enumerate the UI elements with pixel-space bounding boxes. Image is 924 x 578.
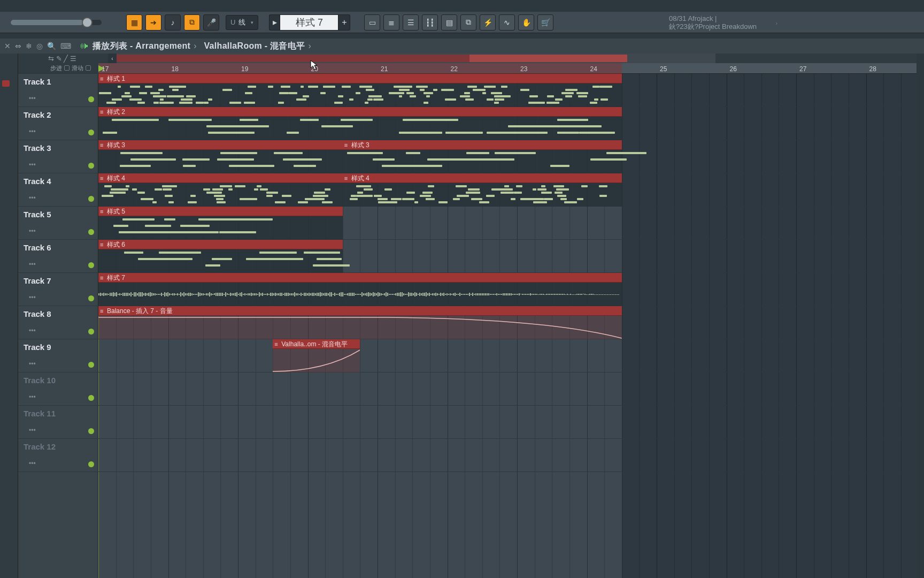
track-header[interactable]: Track 6••• bbox=[18, 240, 98, 273]
clip-body[interactable] bbox=[98, 249, 343, 273]
track-header[interactable]: Track 1••• bbox=[18, 74, 98, 107]
note-tool-button[interactable]: ♪ bbox=[165, 14, 181, 31]
track-mute-led[interactable] bbox=[88, 395, 94, 401]
plug-icon[interactable]: ⚡ bbox=[480, 14, 496, 31]
track-menu-icon[interactable]: ••• bbox=[29, 460, 36, 467]
clip-body[interactable] bbox=[98, 117, 622, 140]
zoom-icon[interactable]: 🔍 bbox=[47, 42, 56, 50]
track-menu-icon[interactable]: ••• bbox=[29, 227, 36, 235]
clip-header[interactable]: 样式 5 bbox=[98, 207, 343, 216]
clip-header[interactable]: 样式 1 bbox=[98, 74, 622, 83]
clip-area[interactable]: 样式 1样式 2样式 3样式 3样式 4样式 4样式 5样式 6样式 7Bala… bbox=[98, 74, 917, 578]
pattern-add-button[interactable]: + bbox=[338, 14, 350, 31]
clip-header[interactable]: 样式 3 bbox=[98, 140, 343, 150]
track-row[interactable] bbox=[98, 372, 917, 406]
track-mute-led[interactable] bbox=[88, 428, 94, 434]
pattern-prev-button[interactable]: ▸ bbox=[269, 14, 280, 31]
pianoroll-icon[interactable]: ≣ bbox=[383, 14, 399, 31]
clip-header[interactable]: 样式 2 bbox=[98, 107, 622, 117]
track-header[interactable]: Track 11••• bbox=[18, 406, 98, 439]
track-menu-icon[interactable]: ••• bbox=[29, 360, 36, 368]
hand-icon[interactable]: ✋ bbox=[518, 14, 534, 31]
pattern-name-field[interactable]: 样式 7 bbox=[280, 14, 338, 31]
track-mute-led[interactable] bbox=[88, 262, 94, 268]
input-icon[interactable]: ⌨ bbox=[60, 42, 71, 50]
track-menu-icon[interactable]: ••• bbox=[29, 294, 36, 301]
track-row[interactable] bbox=[98, 339, 917, 372]
overview-scroll-left[interactable]: ‹ bbox=[108, 54, 117, 63]
pattern-song-button[interactable]: ▦ bbox=[126, 14, 142, 31]
channelrack-icon[interactable]: ☰ bbox=[403, 14, 419, 31]
track-header[interactable]: Track 10••• bbox=[18, 372, 98, 406]
clip-body[interactable] bbox=[343, 150, 622, 173]
step-toggle[interactable] bbox=[64, 65, 70, 71]
volume-knob[interactable] bbox=[82, 17, 93, 28]
clip-body[interactable] bbox=[273, 349, 360, 372]
track-menu-icon[interactable]: ••• bbox=[29, 95, 36, 102]
track-mute-led[interactable] bbox=[88, 229, 94, 235]
speaker-icon[interactable]: 🕪 bbox=[80, 41, 88, 51]
track-menu-icon[interactable]: ••• bbox=[29, 427, 36, 434]
track-header[interactable]: Track 5••• bbox=[18, 207, 98, 240]
track-mute-led[interactable] bbox=[88, 196, 94, 202]
crumb-item-1[interactable]: ValhallaRoom - 混音电平 bbox=[204, 41, 305, 52]
clip-header[interactable]: Valhalla..om - 混音电平 bbox=[273, 339, 360, 349]
step-play-button[interactable]: ➔ bbox=[145, 14, 161, 31]
link-button[interactable]: ⧉ bbox=[184, 14, 200, 31]
track-row[interactable] bbox=[98, 439, 917, 472]
clip-body[interactable] bbox=[98, 183, 343, 207]
track-header[interactable]: Track 9••• bbox=[18, 339, 98, 372]
snap-selector[interactable]: U 线 ▾ bbox=[226, 15, 258, 30]
resize-icon[interactable]: ⇔ bbox=[15, 42, 21, 50]
clip-body[interactable] bbox=[98, 150, 343, 173]
track-header[interactable]: Track 12••• bbox=[18, 439, 98, 472]
clip-header[interactable]: 样式 6 bbox=[98, 240, 343, 249]
track-mute-led[interactable] bbox=[88, 362, 94, 368]
clip-header[interactable]: Balance - 插入 7 - 音量 bbox=[98, 306, 622, 316]
clip-header[interactable]: 样式 4 bbox=[343, 173, 622, 183]
clip-body[interactable] bbox=[343, 183, 622, 207]
crumb-item-0[interactable]: 播放列表 - Arrangement bbox=[93, 41, 190, 52]
snap-icon[interactable]: ❄ bbox=[26, 42, 32, 50]
track-mute-led[interactable] bbox=[88, 96, 94, 102]
track-header[interactable]: Track 4••• bbox=[18, 173, 98, 207]
track-row[interactable] bbox=[98, 406, 917, 439]
clip-body[interactable] bbox=[98, 83, 622, 107]
track-menu-icon[interactable]: ••• bbox=[29, 327, 36, 334]
overview-minimap[interactable] bbox=[117, 54, 749, 63]
track-header[interactable]: Track 2••• bbox=[18, 107, 98, 140]
vertical-scrollbar[interactable] bbox=[917, 54, 924, 578]
master-volume-slider[interactable] bbox=[11, 20, 102, 25]
track-mute-led[interactable] bbox=[88, 461, 94, 467]
slide-toggle[interactable] bbox=[86, 65, 91, 71]
browser-icon[interactable]: ▤ bbox=[441, 14, 457, 31]
curve-icon[interactable]: ∿ bbox=[499, 14, 515, 31]
track-header[interactable]: Track 7••• bbox=[18, 273, 98, 306]
cart-icon[interactable]: 🛒 bbox=[537, 14, 553, 31]
track-mute-led[interactable] bbox=[88, 329, 94, 334]
clip-header[interactable]: 样式 4 bbox=[98, 173, 343, 183]
target-icon[interactable]: ◎ bbox=[36, 42, 43, 50]
track-menu-icon[interactable]: ••• bbox=[29, 194, 36, 202]
track-menu-icon[interactable]: ••• bbox=[29, 161, 36, 169]
marker-clip[interactable] bbox=[2, 80, 10, 87]
clip-body[interactable] bbox=[98, 283, 622, 306]
track-header[interactable]: Track 3••• bbox=[18, 140, 98, 173]
mixer-icon[interactable]: ┇┇ bbox=[422, 14, 438, 31]
track-menu-icon[interactable]: ••• bbox=[29, 261, 36, 268]
clip-body[interactable] bbox=[98, 216, 343, 240]
track-header[interactable]: Track 8••• bbox=[18, 306, 98, 339]
track-mute-led[interactable] bbox=[88, 130, 94, 135]
track-menu-icon[interactable]: ••• bbox=[29, 393, 36, 401]
metronome-button[interactable]: 🎤 bbox=[203, 14, 219, 31]
close-icon[interactable]: ✕ bbox=[4, 42, 11, 50]
track-menu-icon[interactable]: ••• bbox=[29, 128, 36, 135]
clip-header[interactable]: 样式 3 bbox=[343, 140, 622, 150]
track-mute-led[interactable] bbox=[88, 163, 94, 169]
copy-icon[interactable]: ⧉ bbox=[460, 14, 476, 31]
clip-body[interactable] bbox=[98, 316, 622, 339]
track-mute-led[interactable] bbox=[88, 295, 94, 301]
playlist-icon[interactable]: ▭ bbox=[364, 14, 380, 31]
clip-header[interactable]: 样式 7 bbox=[98, 273, 622, 283]
timeline-ruler[interactable]: 17181920212223242526272829 bbox=[98, 63, 917, 74]
